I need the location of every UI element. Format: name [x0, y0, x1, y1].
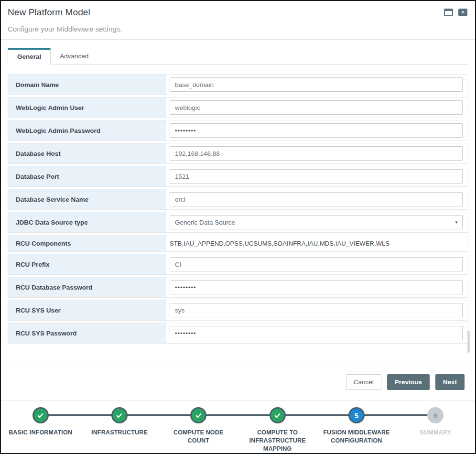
- step-complete-check-icon: [32, 407, 49, 423]
- next-button[interactable]: Next: [435, 374, 465, 390]
- step-label: FUSION MIDDLEWARE CONFIGURATION: [320, 429, 393, 445]
- field-label: WebLogic Admin Password: [8, 120, 166, 141]
- weblogic-admin-user-input[interactable]: [170, 100, 463, 115]
- form-row-rcu-database-password: RCU Database Password: [8, 277, 468, 298]
- database-port-input[interactable]: [170, 169, 463, 184]
- field-value-cell: [166, 166, 468, 186]
- database-service-name-input[interactable]: [170, 192, 463, 206]
- form-row-rcu-components: RCU Components STB,IAU_APPEND,OPSS,UCSUM…: [8, 235, 468, 252]
- field-value-cell: [166, 254, 468, 274]
- jdbc-data-source-select[interactable]: Generic Data Source ▼: [170, 215, 463, 229]
- step-label: BASIC INFORMATION: [9, 429, 72, 437]
- field-value-cell: [166, 120, 468, 141]
- wizard-step-compute-to-infrastructure-mapping[interactable]: COMPUTE TO INFRASTRUCTURE MAPPING: [238, 407, 317, 453]
- tab-advanced[interactable]: Advanced: [51, 48, 97, 65]
- step-complete-check-icon: [190, 407, 206, 423]
- form-row-rcu-sys-user: RCU SYS User: [8, 300, 468, 321]
- rcu-prefix-input[interactable]: [170, 257, 463, 271]
- wizard-step-summary[interactable]: 6 SUMMARY: [396, 407, 475, 453]
- rcu-sys-password-input[interactable]: [170, 326, 463, 340]
- dialog-header: New Platform Model ✕ Configure your Midd…: [1, 1, 475, 40]
- close-icon[interactable]: ✕: [458, 9, 467, 16]
- wizard-step-compute-node-count[interactable]: COMPUTE NODE COUNT: [159, 407, 238, 453]
- wizard-progress-bar: BASIC INFORMATION INFRASTRUCTURE COMPUTE…: [1, 400, 475, 453]
- field-value-cell: [166, 189, 468, 209]
- weblogic-admin-password-input[interactable]: [170, 123, 463, 138]
- domain-name-input[interactable]: [170, 77, 463, 92]
- field-value-cell: [166, 143, 468, 163]
- field-label: Domain Name: [8, 75, 166, 95]
- form-row-weblogic-admin-password: WebLogic Admin Password: [8, 120, 468, 141]
- step-label: SUMMARY: [420, 429, 452, 437]
- cancel-button[interactable]: Cancel: [346, 374, 381, 390]
- field-label: WebLogic Admin User: [8, 97, 166, 118]
- form-row-database-host: Database Host: [8, 143, 468, 164]
- field-label: RCU Prefix: [8, 254, 166, 274]
- step-label: COMPUTE NODE COUNT: [162, 429, 235, 445]
- dialog-footer: Cancel Previous Next: [1, 364, 475, 400]
- step-label: COMPUTE TO INFRASTRUCTURE MAPPING: [241, 429, 314, 453]
- rcu-database-password-input[interactable]: [170, 280, 463, 294]
- maximize-icon[interactable]: [444, 9, 453, 16]
- field-value-cell: [166, 75, 468, 95]
- step-label: INFRASTRUCTURE: [91, 429, 148, 437]
- form-row-database-service-name: Database Service Name: [8, 189, 468, 210]
- previous-button[interactable]: Previous: [387, 374, 430, 390]
- field-value-cell: Generic Data Source ▼: [166, 212, 468, 232]
- database-host-input[interactable]: [170, 146, 463, 161]
- middleware-settings-form: Domain Name WebLogic Admin User WebLogic…: [8, 74, 468, 344]
- form-row-domain-name: Domain Name: [8, 74, 468, 95]
- field-label: RCU SYS Password: [8, 323, 166, 343]
- wizard-step-infrastructure[interactable]: INFRASTRUCTURE: [80, 407, 159, 453]
- wizard-step-fusion-middleware-configuration[interactable]: 5 FUSION MIDDLEWARE CONFIGURATION: [317, 407, 396, 453]
- step-upcoming-number: 6: [427, 407, 444, 423]
- rcu-components-value: STB,IAU_APPEND,OPSS,UCSUMS,SOAINFRA,IAU,…: [170, 240, 389, 247]
- field-label: RCU SYS User: [8, 300, 166, 320]
- field-value-cell: [166, 300, 468, 320]
- dialog-subtitle: Configure your Middleware settings.: [8, 25, 467, 33]
- tab-bar: General Advanced: [8, 47, 468, 65]
- form-row-database-port: Database Port: [8, 166, 468, 187]
- field-label: Database Service Name: [8, 189, 166, 209]
- field-label: Database Port: [8, 166, 166, 186]
- form-row-rcu-sys-password: RCU SYS Password: [8, 323, 468, 344]
- form-row-rcu-prefix: RCU Prefix: [8, 254, 468, 275]
- wizard-step-basic-information[interactable]: BASIC INFORMATION: [1, 407, 80, 453]
- chevron-down-icon: ▼: [454, 220, 458, 225]
- field-label: JDBC Data Source type: [8, 212, 166, 232]
- field-value-cell: [166, 323, 468, 343]
- field-value-cell: STB,IAU_APPEND,OPSS,UCSUMS,SOAINFRA,IAU,…: [166, 235, 468, 251]
- page-title: New Platform Model: [8, 7, 90, 18]
- step-complete-check-icon: [270, 407, 286, 423]
- vertical-scrollbar-thumb[interactable]: [467, 331, 470, 353]
- jdbc-selected-option: Generic Data Source: [175, 219, 235, 226]
- new-platform-model-dialog: New Platform Model ✕ Configure your Midd…: [0, 0, 476, 454]
- step-complete-check-icon: [111, 407, 128, 423]
- tab-general[interactable]: General: [8, 48, 51, 65]
- window-controls: ✕: [444, 9, 467, 16]
- rcu-sys-user-input[interactable]: [170, 303, 463, 317]
- field-value-cell: [166, 97, 468, 118]
- field-label: RCU Database Password: [8, 277, 166, 297]
- field-label: RCU Components: [8, 235, 166, 251]
- field-label: Database Host: [8, 143, 166, 163]
- field-value-cell: [166, 277, 468, 297]
- dialog-content: General Advanced Domain Name WebLogic Ad…: [1, 40, 475, 364]
- form-row-jdbc-data-source-type: JDBC Data Source type Generic Data Sourc…: [8, 212, 468, 233]
- form-row-weblogic-admin-user: WebLogic Admin User: [8, 97, 468, 118]
- step-current-number: 5: [348, 407, 365, 423]
